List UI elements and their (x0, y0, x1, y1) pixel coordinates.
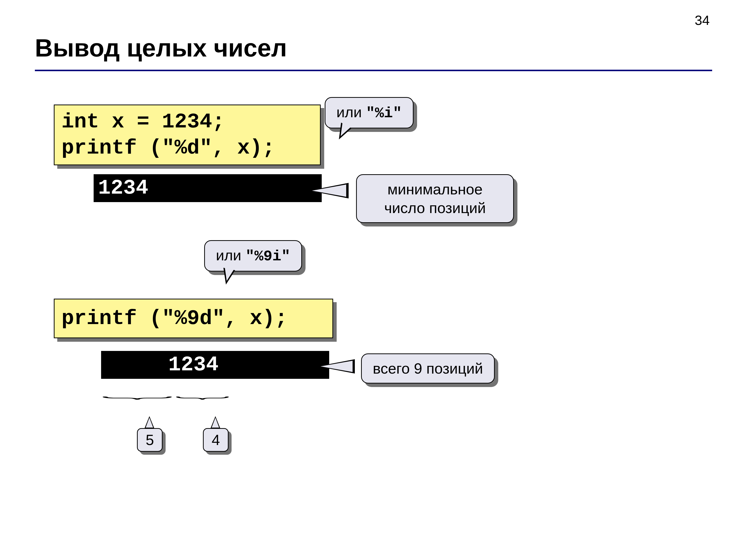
label-4: 4 (203, 428, 229, 452)
callout-tail-2 (309, 183, 349, 198)
code-line-1: int x = 1234; (61, 110, 225, 134)
page-number: 34 (695, 12, 710, 28)
code-block-1: int x = 1234; printf ("%d", x); (54, 105, 321, 165)
callout-percent-9i: или "%9i" (204, 240, 302, 271)
callout-min-line1: минимальное (387, 181, 483, 197)
callout-min-positions: минимальное число позиций (356, 174, 514, 223)
callout-format-i: "%i" (366, 105, 402, 122)
label-tail-4 (210, 416, 221, 429)
label-tail-5 (145, 416, 154, 429)
brace-left: ⏟ (103, 383, 172, 400)
callout-tail-4 (317, 359, 355, 374)
callout-or-text-2: или (216, 247, 246, 264)
callout-total-9: всего 9 позиций (361, 353, 495, 383)
code-line-2: printf ("%d", x); (61, 136, 275, 160)
callout-min-line2: число позиций (384, 199, 486, 216)
title-underline (35, 70, 712, 71)
code-line-3: printf ("%9d", x); (61, 306, 287, 330)
callout-percent-i: или "%i" (325, 97, 414, 128)
console-output-1: 1234 (94, 174, 322, 202)
code-block-2: printf ("%9d", x); (54, 299, 333, 338)
slide-title: Вывод целых чисел (35, 34, 287, 62)
brace-right: ⏟ (176, 383, 229, 400)
callout-or-text: или (336, 104, 366, 121)
console-output-2: 1234 (101, 351, 329, 379)
label-5: 5 (137, 428, 162, 452)
callout-format-9i: "%9i" (246, 248, 290, 265)
